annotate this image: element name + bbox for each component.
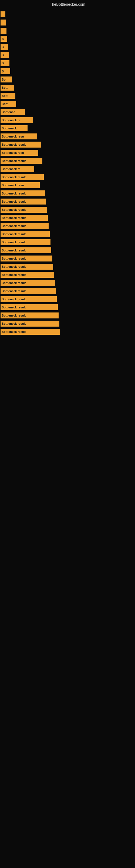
bar-item: B	[1, 44, 8, 50]
bar-row: Bottleneck result	[0, 222, 135, 230]
bar-row: Bottleneck resu	[0, 149, 135, 157]
bar-row: Bottleneck result	[0, 311, 135, 319]
bar-item: Bottleneck result	[1, 142, 41, 148]
bar-label: B	[2, 45, 4, 49]
bar-label: B	[2, 70, 4, 73]
bar-row: Bottleneck resu	[0, 132, 135, 141]
bar-label: Bottleneck result	[2, 314, 26, 317]
bar-item: Bottleneck result	[1, 198, 46, 205]
bar-label: Bottleneck result	[2, 192, 26, 195]
site-title: TheBottlenecker.com	[0, 0, 135, 8]
bar-item: Bottleneck result	[1, 207, 47, 213]
bar-row: Bottleneck result	[0, 141, 135, 149]
bar-row: Bottleneck result	[0, 254, 135, 262]
bar-item: Bottleneck result	[1, 329, 60, 335]
bar-label: Bottleneck	[2, 127, 17, 130]
bar-row: Bottleneck result	[0, 271, 135, 279]
bar-label: Bottleneck result	[2, 281, 26, 284]
bar-item: Bottleneck re	[1, 166, 34, 172]
bar-item: Bottleneck result	[1, 239, 50, 245]
bar-row: B	[0, 51, 135, 59]
bar-row: Bottleneck re	[0, 116, 135, 124]
bar-item: Bottleneck result	[1, 174, 44, 180]
bar-item: Bott	[1, 85, 14, 91]
bar-item: Bottleneck re	[1, 117, 33, 123]
bar-label: Bottleneck result	[2, 298, 26, 301]
bar-label: Bo	[2, 78, 6, 81]
bar-item: Bottleneck result	[1, 264, 53, 270]
bar-item: B	[1, 60, 9, 66]
bar-label: Bottleneck result	[2, 224, 26, 227]
bar-item: Bottleneck result	[1, 215, 48, 221]
bar-label: Bottleneck result	[2, 257, 26, 260]
bar-item: Bottleneck result	[1, 255, 52, 261]
bar-label: Bott	[2, 86, 8, 89]
bar-item: Bottleneck result	[1, 158, 42, 164]
bar-label: Bottleneck resu	[2, 151, 24, 154]
bar-item: Bottleneck resu	[1, 182, 40, 188]
bar-label: Bottleneck resu	[2, 184, 24, 187]
bar-row: Bottleneck result	[0, 328, 135, 336]
bar-row: B	[0, 43, 135, 51]
bar-label: Bottleneck result	[2, 200, 26, 203]
bar-label: B	[2, 62, 4, 65]
bar-item: B	[1, 52, 9, 58]
bar-item: Bottleneck result	[1, 321, 59, 327]
bar-row: Bottleneck	[0, 124, 135, 132]
bar-label: Bott	[2, 102, 8, 105]
bar-row: Bott	[0, 84, 135, 92]
bar-item	[1, 28, 6, 34]
bar-row: Bottleneck result	[0, 173, 135, 181]
bar-label: Bottleneck result	[2, 249, 26, 252]
bar-item	[1, 11, 5, 18]
bar-item	[1, 20, 6, 26]
bar-item: Bottleneck result	[1, 247, 51, 253]
bar-item: Bottleneck resu	[1, 150, 38, 156]
bar-row: Bottleneck result	[0, 197, 135, 206]
bar-label: B	[2, 37, 4, 40]
bar-item: Bott	[1, 101, 16, 107]
bar-row: Bottleneck result	[0, 262, 135, 271]
bar-item: Bottleneck result	[1, 223, 49, 229]
bar-row: Bottleneck result	[0, 230, 135, 238]
bar-item: Bottleneck result	[1, 288, 56, 294]
bar-row: B	[0, 59, 135, 67]
bar-label: Bottleneck result	[2, 143, 26, 146]
bar-row	[0, 27, 135, 35]
bar-row: B	[0, 35, 135, 43]
bar-item: Bottleneck result	[1, 231, 50, 237]
bar-label: Bottleneck result	[2, 330, 26, 333]
bar-row: Bottleneck result	[0, 189, 135, 197]
bars-container: BBBBBBoBottBottBottBottlenecBottleneck r…	[0, 8, 135, 339]
bar-row: Bottleneck result	[0, 303, 135, 311]
bar-label: B	[2, 54, 4, 57]
bar-label: Bottleneck result	[2, 216, 26, 219]
bar-label: Bottleneck re	[2, 119, 20, 122]
bar-label: Bottleneck result	[2, 208, 26, 211]
bar-row: Bott	[0, 100, 135, 108]
bar-label: Bottleneck result	[2, 265, 26, 268]
bar-label: Bottleneck resu	[2, 135, 24, 138]
bar-row: Bottleneck result	[0, 246, 135, 254]
bar-item: Bottleneck resu	[1, 133, 37, 140]
bar-label: Bott	[2, 94, 8, 97]
bar-label: Bottleneck result	[2, 306, 26, 309]
bar-row	[0, 10, 135, 19]
bar-label: Bottleneck result	[2, 232, 26, 236]
bar-item: B	[1, 36, 7, 42]
bar-item: Bott	[1, 93, 15, 99]
bar-row: Bo	[0, 75, 135, 84]
bar-row: Bottleneck result	[0, 214, 135, 222]
bar-row: Bottleneck result	[0, 157, 135, 165]
bar-label: Bottleneck result	[2, 241, 26, 244]
bar-row: Bottlenec	[0, 108, 135, 116]
bar-row	[0, 19, 135, 27]
bar-label: Bottlenec	[2, 111, 15, 114]
bar-label: Bottleneck result	[2, 273, 26, 276]
bar-item: Bottleneck result	[1, 280, 55, 286]
bar-row: Bott	[0, 92, 135, 100]
bar-item: Bo	[1, 76, 12, 83]
bar-label: Bottleneck result	[2, 159, 26, 162]
bar-label: Bottleneck re	[2, 167, 20, 170]
bar-item: B	[1, 68, 10, 74]
